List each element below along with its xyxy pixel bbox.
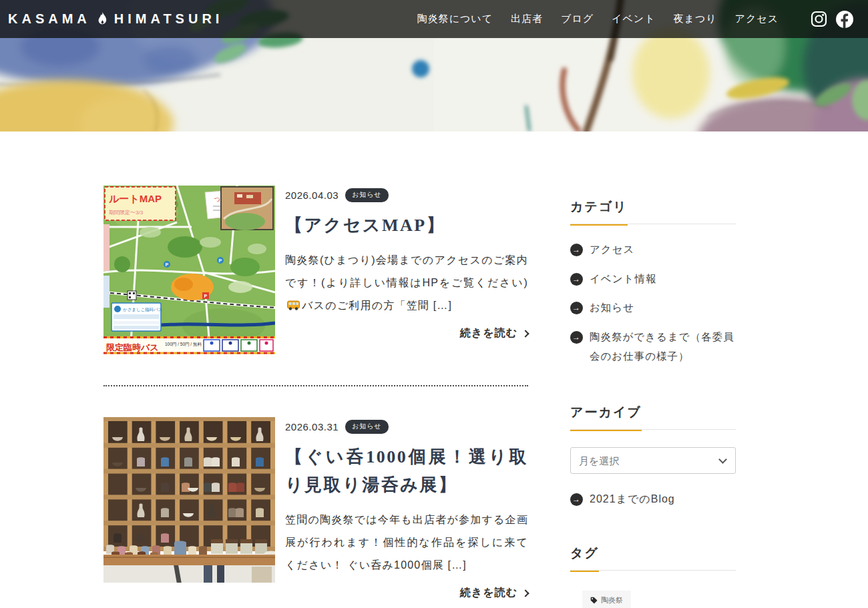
post-excerpt: 陶炎祭(ひまつり)会場までのアクセスのご案内です！(より詳しい情報はHPをご覧く… bbox=[285, 249, 528, 317]
month-select[interactable]: 月を選択 bbox=[570, 447, 736, 474]
svg-text:P: P bbox=[204, 294, 208, 298]
map-bus-strip-text: 限定臨時バス bbox=[106, 342, 159, 352]
nav-item-about[interactable]: 陶炎祭について bbox=[417, 13, 493, 25]
read-more-link[interactable]: 続きを読む bbox=[285, 326, 528, 340]
nav-item-vendors[interactable]: 出店者 bbox=[511, 13, 543, 25]
category-badge[interactable]: お知らせ bbox=[345, 420, 389, 434]
content-area: P P P つつじまつり ルートMAP 期間限定〜3/3 bbox=[0, 131, 868, 608]
logo-text-right: HIMATSURI bbox=[114, 11, 224, 27]
bus-emoji bbox=[287, 300, 300, 310]
sidebar-archive: アーカイブ 月を選択 → 2021までのBlog bbox=[570, 403, 736, 507]
sidebar: カテゴリ → アクセス → イベント情報 → お知らせ → 陶炎祭ができるまで（… bbox=[570, 186, 736, 608]
arrow-circle-icon: → bbox=[570, 493, 583, 506]
top-navigation-bar: KASAMA HIMATSURI 陶炎祭について 出店者 ブログ イベント 夜ま… bbox=[0, 0, 868, 38]
instagram-icon[interactable] bbox=[811, 11, 827, 27]
arrow-circle-icon: → bbox=[570, 273, 583, 286]
archive-select-wrapper: 月を選択 bbox=[570, 447, 736, 474]
map-title-text: ルートMAP bbox=[109, 193, 162, 204]
hero-banner: KASAMA HIMATSURI 陶炎祭について 出店者 ブログ イベント 夜ま… bbox=[0, 0, 868, 131]
facebook-icon[interactable] bbox=[836, 11, 853, 28]
post-thumbnail-route-map[interactable]: P P P つつじまつり ルートMAP 期間限定〜3/3 bbox=[103, 186, 275, 354]
map-fare-text: 100円 / 50円 / 無料 bbox=[165, 342, 202, 347]
nav-item-event[interactable]: イベント bbox=[612, 13, 655, 25]
post-divider bbox=[103, 385, 528, 386]
category-badge[interactable]: お知らせ bbox=[345, 188, 389, 202]
tags-heading: タグ bbox=[570, 544, 736, 571]
sidebar-item-access[interactable]: → アクセス bbox=[570, 240, 736, 260]
arrow-circle-icon: → bbox=[570, 302, 583, 314]
logo-text-left: KASAMA bbox=[8, 11, 91, 27]
tag-chip-himatsuri[interactable]: 陶炎祭 bbox=[582, 591, 631, 608]
archive-heading: アーカイブ bbox=[570, 403, 736, 430]
svg-text:P: P bbox=[219, 258, 222, 263]
site-logo[interactable]: KASAMA HIMATSURI bbox=[8, 11, 223, 27]
map-inset-photo bbox=[221, 187, 273, 230]
post-title-link[interactable]: 【アクセスMAP】 bbox=[285, 212, 528, 240]
categories-heading: カテゴリ bbox=[570, 198, 736, 224]
post-card-access-map: P P P つつじまつり ルートMAP 期間限定〜3/3 bbox=[103, 186, 528, 354]
chevron-right-icon bbox=[521, 589, 529, 597]
tag-icon bbox=[590, 597, 598, 604]
arrow-circle-icon: → bbox=[570, 244, 583, 256]
post-list: P P P つつじまつり ルートMAP 期間限定〜3/3 bbox=[103, 186, 528, 608]
flame-icon bbox=[97, 12, 108, 27]
post-date: 2026.04.03 bbox=[285, 190, 339, 201]
read-more-link[interactable]: 続きを読む bbox=[285, 586, 528, 600]
sidebar-tags: タグ 陶炎祭 bbox=[570, 544, 736, 608]
svg-text:P: P bbox=[166, 262, 169, 267]
post-title-link[interactable]: 【ぐい呑1000個展！選り取り見取り湯呑み展】 bbox=[285, 443, 528, 499]
post-excerpt: 笠間の陶炎祭では今年も出店者が参加する企画展が行われます！個性的な作品を探しに来… bbox=[285, 509, 528, 577]
sidebar-item-making-of[interactable]: → 陶炎祭ができるまで（各委員会のお仕事の様子） bbox=[570, 328, 736, 366]
post-date: 2026.03.31 bbox=[285, 421, 339, 432]
map-legend-text: かさましこ臨時バス bbox=[123, 307, 163, 312]
sidebar-item-event-info[interactable]: → イベント情報 bbox=[570, 270, 736, 289]
sidebar-categories: カテゴリ → アクセス → イベント情報 → お知らせ → 陶炎祭ができるまで（… bbox=[570, 198, 736, 366]
map-subtitle-text: 期間限定〜3/3 bbox=[109, 210, 144, 216]
chevron-right-icon bbox=[521, 330, 529, 337]
post-card-guinomi-exhibition: 2026.03.31 お知らせ 【ぐい呑1000個展！選り取り見取り湯呑み展】 … bbox=[103, 417, 528, 600]
main-nav: 陶炎祭について 出店者 ブログ イベント 夜まつり アクセス bbox=[417, 13, 779, 25]
social-links bbox=[811, 11, 853, 28]
post-thumbnail-pottery-shelf[interactable] bbox=[103, 417, 275, 583]
sidebar-item-news[interactable]: → お知らせ bbox=[570, 298, 736, 318]
nav-item-night-festival[interactable]: 夜まつり bbox=[674, 13, 717, 25]
old-blog-link[interactable]: → 2021までのBlog bbox=[570, 493, 736, 507]
nav-item-access[interactable]: アクセス bbox=[735, 13, 779, 25]
arrow-circle-icon: → bbox=[570, 331, 583, 344]
nav-item-blog[interactable]: ブログ bbox=[561, 13, 594, 25]
